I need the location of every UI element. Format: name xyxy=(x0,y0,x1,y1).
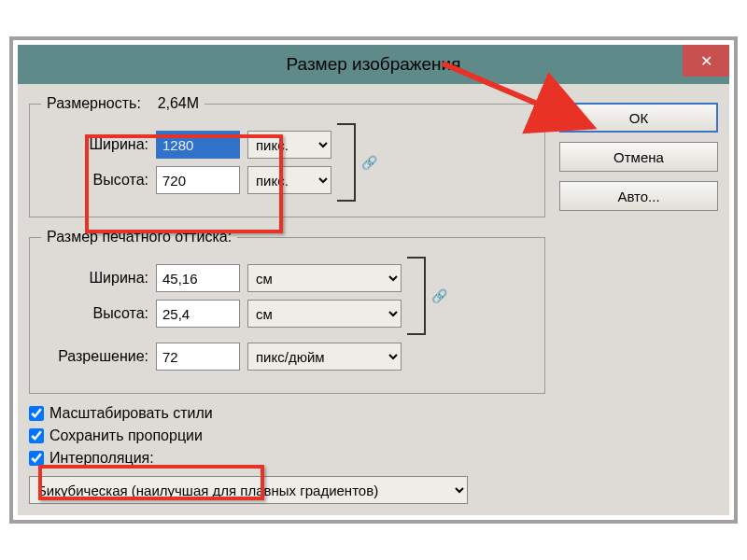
pixel-dimensions-legend: Размерность: 2,64M xyxy=(41,95,204,112)
image-size-dialog: Размер изображения ✕ Размерность: 2,64M … xyxy=(18,45,729,515)
close-icon: ✕ xyxy=(700,52,712,70)
left-column: Размерность: 2,64M Ширина: пикс. xyxy=(29,95,545,504)
chain-icon: 🔗 xyxy=(431,288,447,303)
pixel-height-unit[interactable]: пикс. xyxy=(247,166,331,194)
resolution-row: Разрешение: пикс/дюйм xyxy=(41,343,533,371)
interpolation-select[interactable]: Бикубическая (наилучшая для плавных град… xyxy=(29,476,468,504)
pixel-width-label: Ширина: xyxy=(41,136,148,153)
link-bracket-icon xyxy=(337,123,356,202)
print-height-row: Высота: см xyxy=(41,300,402,328)
print-height-label: Высота: xyxy=(41,305,148,322)
print-width-row: Ширина: см xyxy=(41,264,402,292)
print-width-label: Ширина: xyxy=(41,270,148,287)
cancel-button[interactable]: Отмена xyxy=(559,142,718,172)
dialog-body: Размерность: 2,64M Ширина: пикс. xyxy=(18,84,729,515)
pixel-width-input[interactable] xyxy=(156,131,240,159)
auto-button[interactable]: Авто... xyxy=(559,181,718,211)
print-height-unit[interactable]: см xyxy=(247,300,402,328)
interpolation-row: Интерполяция: xyxy=(29,450,545,467)
scale-styles-label: Масштабировать стили xyxy=(49,405,213,422)
constrain-proportions-checkbox[interactable] xyxy=(29,428,44,443)
pixel-width-row: Ширина: пикс. xyxy=(41,131,331,159)
right-column: ОК Отмена Авто... xyxy=(559,95,718,504)
pixel-height-label: Высота: xyxy=(41,172,148,189)
pixel-height-row: Высота: пикс. xyxy=(41,166,331,194)
interpolation-label: Интерполяция: xyxy=(49,450,154,467)
resolution-unit[interactable]: пикс/дюйм xyxy=(247,343,402,371)
resolution-label: Разрешение: xyxy=(41,348,148,365)
scale-styles-row: Масштабировать стили xyxy=(29,405,545,422)
constrain-proportions-label: Сохранить пропорции xyxy=(49,427,203,444)
link-bracket-icon xyxy=(407,257,426,335)
outer-frame: Размер изображения ✕ Размерность: 2,64M … xyxy=(9,36,738,524)
pixel-dimensions-group: Размерность: 2,64M Ширина: пикс. xyxy=(29,95,545,217)
close-button[interactable]: ✕ xyxy=(683,45,729,77)
print-height-input[interactable] xyxy=(156,300,240,328)
scale-styles-checkbox[interactable] xyxy=(29,406,44,421)
ok-button[interactable]: ОК xyxy=(559,103,718,133)
constrain-proportions-row: Сохранить пропорции xyxy=(29,427,545,444)
chain-icon: 🔗 xyxy=(361,155,377,170)
pixel-width-unit[interactable]: пикс. xyxy=(247,131,331,159)
legend-prefix: Размерность: xyxy=(47,95,141,111)
legend-value: 2,64M xyxy=(158,95,199,111)
print-size-group: Размер печатного оттиска: Ширина: см Выс… xyxy=(29,229,545,394)
print-size-legend: Размер печатного оттиска: xyxy=(41,229,237,245)
print-width-input[interactable] xyxy=(156,264,240,292)
dialog-title: Размер изображения xyxy=(18,54,729,75)
pixel-height-input[interactable] xyxy=(156,166,240,194)
resolution-input[interactable] xyxy=(156,343,240,371)
print-width-unit[interactable]: см xyxy=(247,264,402,292)
titlebar: Размер изображения ✕ xyxy=(18,45,729,84)
interpolation-checkbox[interactable] xyxy=(29,451,44,466)
